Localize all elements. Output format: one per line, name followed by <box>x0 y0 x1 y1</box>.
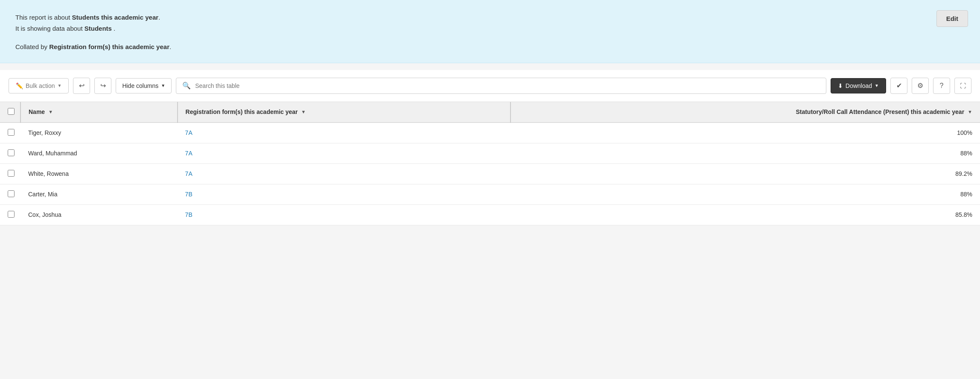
chevron-down-icon: ▼ <box>57 83 61 88</box>
gear-icon: ⚙ <box>917 82 923 90</box>
sort-arrow-name: ▼ <box>48 109 53 114</box>
bulk-action-label: Bulk action <box>26 82 55 89</box>
download-icon: ⬇ <box>838 82 843 89</box>
search-input[interactable] <box>195 82 820 89</box>
table-row: White, Rowena 7A 89.2% <box>0 163 980 184</box>
settings-button[interactable]: ⚙ <box>912 78 929 94</box>
row-name-2: White, Rowena <box>20 163 178 184</box>
row-checkbox-cell <box>0 184 20 204</box>
collated-suffix: . <box>169 43 171 50</box>
row-attendance-0: 100% <box>510 122 980 143</box>
table-row: Cox, Joshua 7B 85.8% <box>0 204 980 225</box>
banner-line2-bold: Students <box>85 25 112 32</box>
row-registration-2: 7A <box>178 163 511 184</box>
row-checkbox-3[interactable] <box>8 190 15 197</box>
checkmark-icon: ✔ <box>896 82 902 90</box>
row-name-1: Ward, Muhammad <box>20 143 178 163</box>
table-row: Carter, Mia 7B 88% <box>0 184 980 204</box>
header-checkbox-cell <box>0 102 20 122</box>
row-checkbox-1[interactable] <box>8 149 15 156</box>
search-icon: 🔍 <box>182 82 191 90</box>
registration-link-0[interactable]: 7A <box>185 129 192 136</box>
row-attendance-4: 85.8% <box>510 204 980 225</box>
registration-link-2[interactable]: 7A <box>185 170 192 177</box>
data-table: Name ▼ Registration form(s) this academi… <box>0 102 980 225</box>
table-header-row: Name ▼ Registration form(s) this academi… <box>0 102 980 122</box>
bulk-action-button[interactable]: ✏️ Bulk action ▼ <box>9 78 69 93</box>
info-banner: This report is about Students this acade… <box>0 0 980 63</box>
attendance-column-label: Statutory/Roll Call Attendance (Present)… <box>796 108 964 115</box>
row-registration-0: 7A <box>178 122 511 143</box>
header-attendance[interactable]: Statutory/Roll Call Attendance (Present)… <box>510 102 980 122</box>
banner-line2-suffix: . <box>112 25 115 32</box>
table-body: Tiger, Roxxy 7A 100% Ward, Muhammad 7A 8… <box>0 122 980 225</box>
row-name-3: Carter, Mia <box>20 184 178 204</box>
row-checkbox-cell <box>0 204 20 225</box>
banner-line2-prefix: It is showing data about <box>15 25 85 32</box>
toolbar: ✏️ Bulk action ▼ ↩ ↪ Hide columns ▼ 🔍 ⬇ … <box>0 70 980 102</box>
table-wrapper: Name ▼ Registration form(s) this academi… <box>0 102 980 225</box>
registration-link-4[interactable]: 7B <box>185 211 192 218</box>
row-name-0: Tiger, Roxxy <box>20 122 178 143</box>
sort-arrow-attendance: ▼ <box>968 109 972 114</box>
help-button[interactable]: ? <box>933 78 950 94</box>
undo-button[interactable]: ↩ <box>73 78 90 94</box>
row-checkbox-0[interactable] <box>8 129 15 136</box>
banner-line1-bold: Students this academic year <box>72 14 159 21</box>
hide-columns-label: Hide columns <box>122 82 158 89</box>
row-checkbox-cell <box>0 143 20 163</box>
banner-line1-prefix: This report is about <box>15 14 72 21</box>
row-checkbox-cell <box>0 122 20 143</box>
row-name-4: Cox, Joshua <box>20 204 178 225</box>
header-name[interactable]: Name ▼ <box>20 102 178 122</box>
row-registration-1: 7A <box>178 143 511 163</box>
row-attendance-2: 89.2% <box>510 163 980 184</box>
hide-columns-button[interactable]: Hide columns ▼ <box>116 78 172 93</box>
edit-button[interactable]: Edit <box>936 10 968 27</box>
name-column-label: Name <box>29 108 45 115</box>
fullscreen-button[interactable]: ⛶ <box>954 78 971 94</box>
redo-button[interactable]: ↪ <box>94 78 111 94</box>
search-box: 🔍 <box>176 78 826 94</box>
redo-icon: ↪ <box>100 82 106 90</box>
chevron-down-icon: ▼ <box>161 83 165 88</box>
collated-prefix: Collated by <box>15 43 49 50</box>
undo-icon: ↩ <box>79 82 85 90</box>
header-registration[interactable]: Registration form(s) this academic year … <box>178 102 511 122</box>
table-row: Tiger, Roxxy 7A 100% <box>0 122 980 143</box>
row-attendance-1: 88% <box>510 143 980 163</box>
question-icon: ? <box>940 82 944 90</box>
checkmark-button[interactable]: ✔ <box>890 78 907 94</box>
download-label: Download <box>846 82 872 89</box>
row-checkbox-cell <box>0 163 20 184</box>
row-checkbox-2[interactable] <box>8 170 15 177</box>
pencil-icon: ✏️ <box>16 82 23 89</box>
registration-link-3[interactable]: 7B <box>185 191 192 198</box>
row-checkbox-4[interactable] <box>8 211 15 218</box>
registration-column-label: Registration form(s) this academic year <box>186 108 298 115</box>
registration-link-1[interactable]: 7A <box>185 150 192 157</box>
chevron-down-icon: ▼ <box>875 83 879 88</box>
row-registration-4: 7B <box>178 204 511 225</box>
select-all-checkbox[interactable] <box>8 108 15 115</box>
row-attendance-3: 88% <box>510 184 980 204</box>
fullscreen-icon: ⛶ <box>960 82 966 89</box>
collated-bold: Registration form(s) this academic year <box>49 43 169 50</box>
table-container: Name ▼ Registration form(s) this academi… <box>0 102 980 225</box>
table-row: Ward, Muhammad 7A 88% <box>0 143 980 163</box>
sort-arrow-registration: ▼ <box>301 109 306 114</box>
main-content: ✏️ Bulk action ▼ ↩ ↪ Hide columns ▼ 🔍 ⬇ … <box>0 70 980 225</box>
row-registration-3: 7B <box>178 184 511 204</box>
download-button[interactable]: ⬇ Download ▼ <box>831 78 886 93</box>
banner-line1-suffix: . <box>158 14 160 21</box>
